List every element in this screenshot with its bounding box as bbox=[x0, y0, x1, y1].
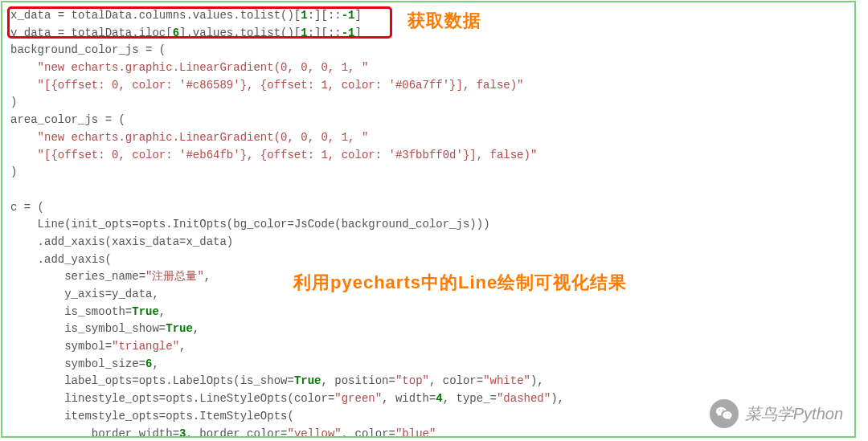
code-block: 获取数据 利用pyecharts中的Line绘制可视化结果 x_data = t… bbox=[1, 1, 856, 438]
code-text: x_data = totalData.columns.values.tolist… bbox=[10, 7, 846, 438]
